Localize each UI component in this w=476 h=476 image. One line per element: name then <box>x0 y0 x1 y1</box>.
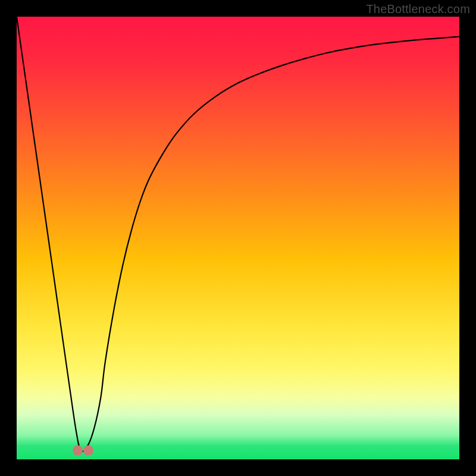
chart-svg <box>17 17 459 459</box>
minimum-marker <box>73 446 83 456</box>
chart-frame: TheBottleneck.com <box>0 0 476 476</box>
watermark-text: TheBottleneck.com <box>366 2 470 16</box>
plot-area <box>17 17 459 459</box>
minimum-marker <box>83 446 93 456</box>
